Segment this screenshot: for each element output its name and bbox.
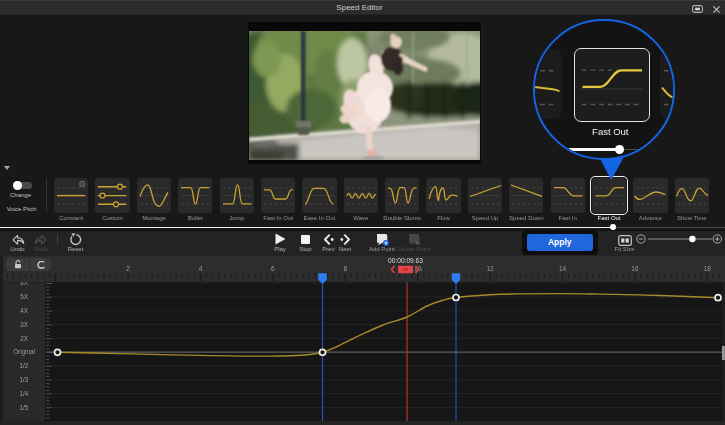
svg-text:5X: 5X xyxy=(20,293,29,300)
svg-text:2: 2 xyxy=(126,265,130,272)
svg-text:16: 16 xyxy=(631,265,639,272)
svg-text:4X: 4X xyxy=(20,307,29,314)
svg-text:14: 14 xyxy=(559,265,567,272)
svg-text:2X: 2X xyxy=(20,335,29,342)
svg-text:8: 8 xyxy=(343,265,347,272)
svg-text:12: 12 xyxy=(486,265,494,272)
svg-text:1/3: 1/3 xyxy=(20,376,29,383)
svg-text:1/5: 1/5 xyxy=(20,404,29,411)
svg-text:1/2: 1/2 xyxy=(20,362,29,369)
svg-text:3X: 3X xyxy=(20,321,29,328)
svg-text:18: 18 xyxy=(704,265,712,272)
svg-text:1/4: 1/4 xyxy=(20,390,29,397)
svg-text:Original: Original xyxy=(13,348,35,356)
svg-text:6: 6 xyxy=(271,265,275,272)
svg-text:4: 4 xyxy=(199,265,203,272)
